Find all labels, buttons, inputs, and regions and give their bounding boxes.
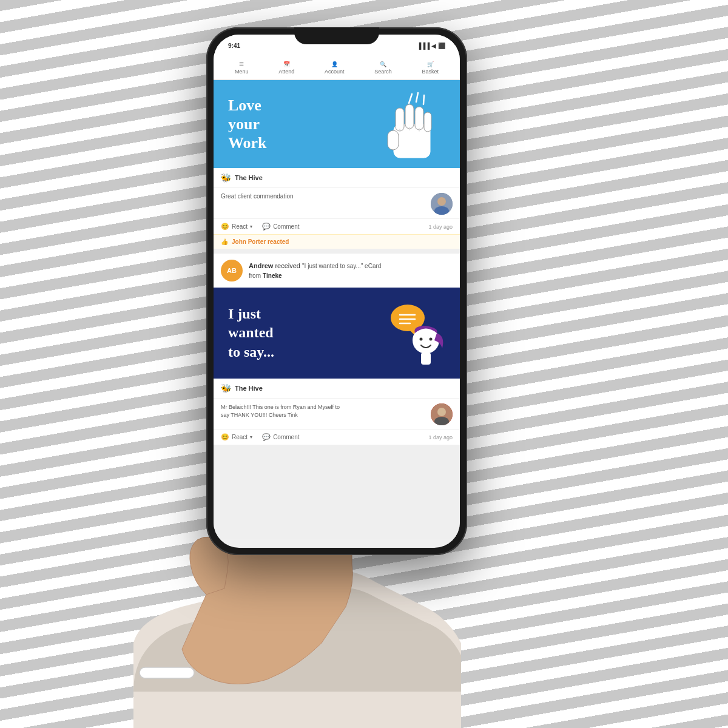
card-1-avatar [431, 193, 453, 215]
thumbs-up-icon: 👍 [221, 238, 228, 245]
card-2-timestamp: 1 day ago [428, 434, 453, 440]
phone-frame: 9:41 ▐▐▐ ◀ ⬛ ☰ Menu 📅 Attend 👤 Account 🔍… [206, 27, 467, 555]
status-icons: ▐▐▐ ◀ ⬛ [417, 42, 445, 49]
react-icon-2: 😊 [221, 433, 229, 441]
banner-i-just-wanted: I justwantedto say... [214, 288, 460, 379]
card-1-reaction: 👍 John Porter reacted [214, 234, 460, 249]
comment-button-1[interactable]: 💬 Comment [262, 223, 299, 231]
react-chevron-2: ▾ [250, 434, 252, 440]
svg-rect-7 [415, 107, 423, 130]
bee-icon-2: 🐝 [221, 383, 231, 393]
card-love-your-work: LoveyourWork [214, 80, 460, 249]
card-i-just-wanted: AB Andrew received "I just wanted to say… [214, 254, 460, 445]
nav-bar: ☰ Menu 📅 Attend 👤 Account 🔍 Search 🛒 Bas… [214, 56, 460, 80]
svg-point-22 [430, 338, 433, 341]
menu-icon: ☰ [239, 61, 244, 67]
hand-wave-illustration [379, 91, 445, 158]
nav-attend[interactable]: 📅 Attend [278, 61, 294, 75]
comment-icon-1: 💬 [262, 223, 271, 231]
card-1-source: 🐝 The Hive [214, 168, 460, 188]
nav-account[interactable]: 👤 Account [325, 61, 345, 75]
svg-line-1 [416, 93, 418, 102]
react-icon-1: 😊 [221, 223, 229, 231]
nav-menu[interactable]: ☰ Menu [235, 61, 249, 75]
status-time: 9:41 [228, 42, 240, 49]
comment-button-2[interactable]: 💬 Comment [262, 433, 299, 441]
svg-line-0 [409, 94, 412, 103]
card-1-body: Great client commendation [214, 188, 460, 218]
svg-line-2 [423, 95, 424, 104]
phone-notch [294, 27, 379, 44]
banner-love-your-work-text: LoveyourWork [228, 96, 267, 153]
svg-point-13 [437, 197, 446, 206]
card-2-body: Mr Belaich!!! This one is from Ryan and … [214, 399, 460, 429]
search-icon: 🔍 [380, 61, 386, 67]
banner-love-your-work: LoveyourWork [214, 80, 460, 168]
svg-rect-8 [424, 112, 431, 132]
svg-rect-5 [396, 108, 404, 131]
react-button-1[interactable]: 😊 React ▾ [221, 223, 252, 231]
basket-icon: 🛒 [427, 61, 434, 67]
react-button-2[interactable]: 😊 React ▾ [221, 433, 252, 441]
card-2-post-meta: Andrew received "I just wanted to say...… [249, 261, 381, 281]
card-2-avatar [431, 403, 453, 425]
card-1-actions: 😊 React ▾ 💬 Comment 1 day ago [214, 218, 460, 234]
account-icon: 👤 [331, 61, 338, 67]
character-illustration [385, 297, 445, 369]
feed: LoveyourWork [214, 80, 460, 539]
attend-icon: 📅 [283, 61, 290, 67]
comment-icon-2: 💬 [262, 433, 271, 441]
svg-point-21 [420, 338, 423, 341]
card-1-timestamp: 1 day ago [428, 224, 453, 230]
card-2-sender-avatar: AB [221, 260, 243, 281]
svg-rect-6 [405, 104, 414, 129]
banner-dark-text: I justwantedto say... [228, 305, 274, 362]
react-chevron-1: ▾ [250, 224, 252, 229]
bee-icon-1: 🐝 [221, 173, 231, 183]
card-2-actions: 😊 React ▾ 💬 Comment 1 day ago [214, 429, 460, 445]
svg-rect-23 [421, 352, 431, 365]
phone-screen: 9:41 ▐▐▐ ◀ ⬛ ☰ Menu 📅 Attend 👤 Account 🔍… [214, 35, 460, 548]
svg-rect-4 [388, 130, 399, 150]
card-2-header: AB Andrew received "I just wanted to say… [214, 254, 460, 288]
card-2-source: 🐝 The Hive [214, 379, 460, 399]
svg-point-25 [437, 408, 446, 416]
nav-search[interactable]: 🔍 Search [374, 61, 392, 75]
nav-basket[interactable]: 🛒 Basket [422, 61, 439, 75]
